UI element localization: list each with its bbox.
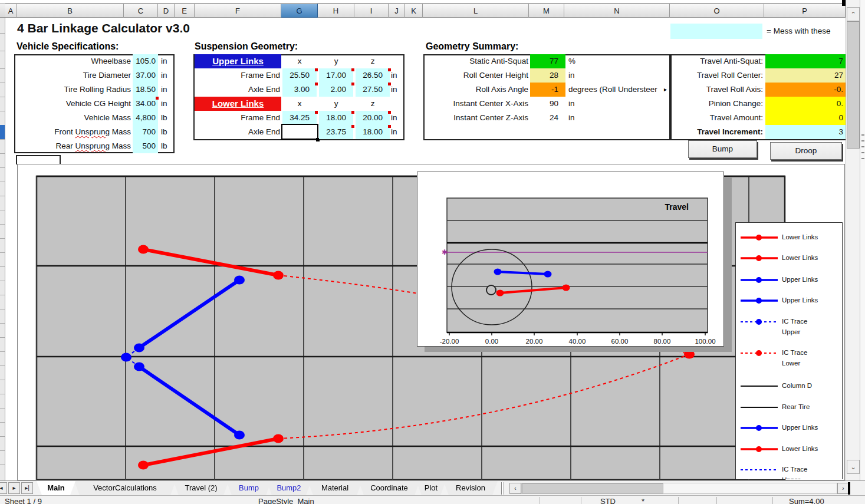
sheet-tab-material[interactable]: Material: [308, 481, 362, 495]
column-header-H[interactable]: H: [318, 4, 354, 18]
hscroll-left-button[interactable]: ‹: [509, 483, 521, 494]
tab-scroll-splitter[interactable]: [501, 482, 504, 495]
sheet-tab-main[interactable]: Main: [37, 481, 75, 495]
column-header-E[interactable]: E: [175, 4, 195, 18]
sheet-tab-vectorcalculations[interactable]: VectorCalculations: [74, 481, 176, 495]
axis-col-header-z: z: [356, 54, 390, 68]
vertical-scrollbar[interactable]: ⌃⌄: [846, 0, 860, 480]
column-header-D[interactable]: D: [158, 4, 175, 18]
legend-item-label: Upper Links: [782, 275, 818, 284]
travel-label: Travel Anti-Squat:: [676, 57, 763, 65]
sheet-tab-bump2[interactable]: Bump2: [267, 481, 311, 495]
column-header-K[interactable]: K: [405, 4, 423, 18]
ic-lower-point: [684, 350, 695, 359]
summary-unit: %: [568, 57, 575, 65]
summary-value: 77: [530, 57, 558, 65]
legend-swatch-marker: [756, 255, 762, 261]
coordinate-unit: in: [391, 127, 397, 136]
tab-nav-first-button[interactable]: ◂: [0, 482, 7, 494]
column-header-N[interactable]: N: [564, 4, 670, 18]
column-header-I[interactable]: I: [354, 4, 389, 18]
scroll-up-button[interactable]: ⌃: [847, 7, 860, 21]
legend-swatch-marker: [756, 446, 762, 452]
legend-item: IC TraceLower: [736, 348, 842, 369]
inset-axis-tick-label: 20.00: [526, 338, 543, 345]
lower-links-header: Lower Links: [195, 97, 281, 111]
active-cell-selection[interactable]: [281, 124, 318, 140]
coordinate-value: 18.00: [319, 113, 346, 122]
row-divider: [0, 111, 5, 111]
column-header-C[interactable]: C: [124, 4, 158, 18]
vertical-scroll-thumb[interactable]: [847, 21, 860, 149]
axis-col-header-x: x: [282, 54, 317, 68]
sheet-tab-plot[interactable]: Plot: [416, 481, 446, 495]
vehicle-spec-unit: lb: [161, 127, 167, 136]
travel-label: Travel Roll Center:: [676, 71, 763, 80]
link-endpoint-marker: [234, 276, 245, 285]
column-header-A[interactable]: A: [5, 4, 17, 18]
bump-button[interactable]: Bump: [688, 140, 757, 158]
column-header-O[interactable]: O: [670, 4, 764, 18]
tab-nav-next-button[interactable]: ▸: [8, 482, 20, 494]
legend-item-label: Column D: [782, 381, 812, 390]
coordinate-value: 26.50: [356, 71, 383, 80]
row-divider: [0, 436, 5, 437]
sheet-tab-bump[interactable]: Bump: [226, 481, 271, 495]
tab-nav-last-button[interactable]: ▸|: [21, 482, 33, 494]
row-divider: [0, 83, 5, 83]
travel-value: 0.: [765, 99, 843, 108]
row-divider: [0, 266, 5, 267]
legend-item: Lower Links: [736, 253, 842, 265]
horizontal-scroll-thumb[interactable]: [522, 483, 663, 493]
vehicle-spec-label: Vehicle Mass: [18, 113, 131, 122]
horizontal-scrollbar[interactable]: [521, 483, 837, 494]
summary-unit: in: [568, 99, 575, 108]
link-endpoint-marker: [273, 434, 284, 443]
suspension-heading: Suspension Geometry:: [195, 41, 298, 52]
vehicle-specs-heading: Vehicle Specifications:: [17, 41, 119, 52]
summary-label: Instant Center X-Axis: [427, 99, 528, 108]
inset-link-marker: [563, 285, 570, 291]
coordinate-value: 18.00: [356, 127, 383, 136]
row-divider: [0, 210, 5, 210]
axis-col-header-z: z: [356, 97, 390, 111]
column-header-B[interactable]: B: [17, 4, 124, 18]
pane-split-caret[interactable]: [848, 482, 850, 495]
column-header-G[interactable]: G: [281, 4, 318, 18]
row-divider: [0, 139, 5, 140]
vehicle-spec-unit: in: [161, 71, 167, 80]
scroll-down-button[interactable]: ⌄: [847, 460, 860, 474]
row-divider: [0, 167, 5, 168]
coordinate-value: 27.50: [356, 85, 383, 94]
cell-comment-marker: [315, 68, 318, 71]
legend-item: Upper Links: [736, 275, 842, 286]
vehicle-specs-table: Wheelbase105.0inTire Diameter37.00inTire…: [14, 54, 175, 153]
sheet-tab-travel-2-[interactable]: Travel (2): [173, 481, 229, 495]
coordinate-value: 20.00: [356, 113, 383, 122]
vehicle-spec-label: Tire Rolling Radius: [18, 85, 131, 94]
row-divider: [0, 380, 5, 380]
column-header-L[interactable]: L: [423, 4, 529, 18]
inset-axis-tick-label: 80.00: [654, 338, 671, 345]
coordinate-value: 2.00: [319, 85, 346, 94]
column-header-P[interactable]: P: [764, 4, 846, 18]
travel-inset-chart[interactable]: ✱-20.000.0020.0040.0060.0080.00100.00Tra…: [417, 172, 724, 347]
column-header-J[interactable]: J: [389, 4, 405, 18]
mess-note-swatch[interactable]: [670, 24, 762, 39]
spreadsheet-app: { "colors": { "accent_cyan": "#ccffff", …: [0, 0, 865, 504]
hscroll-right-button[interactable]: ›: [837, 483, 849, 494]
droop-button[interactable]: Droop: [770, 142, 842, 160]
link-endpoint-marker: [134, 363, 144, 371]
sheet-tab-coordinate[interactable]: Coordinate: [359, 481, 420, 495]
vehicle-spec-label: Rear Unsprung Mass: [18, 141, 131, 150]
column-header-M[interactable]: M: [529, 4, 564, 18]
row-divider: [0, 465, 5, 465]
splitter-grip-tick: [861, 146, 864, 147]
row-divider: [0, 337, 5, 338]
misspelled-word: Unsprung: [75, 141, 110, 150]
sheet-tab-revision[interactable]: Revision: [443, 481, 498, 495]
legend-item-label: Upper Links: [782, 423, 818, 432]
selected-row-indicator: [0, 125, 5, 139]
column-header-F[interactable]: F: [195, 4, 281, 18]
travel-label: Travel Increment:: [676, 127, 763, 136]
